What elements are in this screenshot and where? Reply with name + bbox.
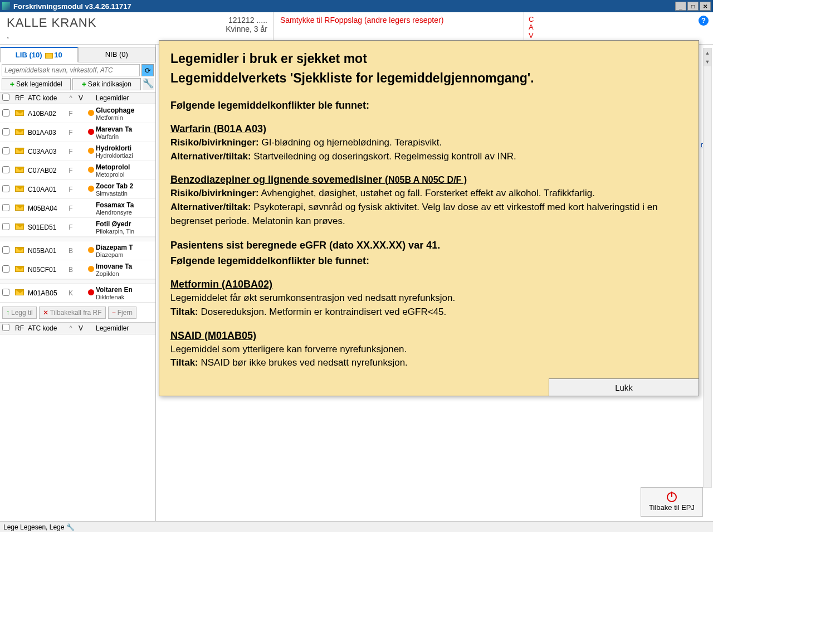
titlebar: Forskrivningsmodul v3.4.26.11717 _ □ ✕ [0, 0, 713, 12]
table-row[interactable]: S01ED51FFotil ØyedrPilokarpin, Tin [0, 218, 155, 237]
conflict-modal: Legemidler i bruk er sjekket mot Legemid… [159, 40, 699, 396]
row-checkbox[interactable] [2, 246, 9, 254]
add-button[interactable]: ↑Legg til [2, 307, 37, 319]
wrench-icon[interactable]: 🔧 [66, 523, 75, 531]
scroll-down-icon[interactable]: ▼ [704, 57, 711, 66]
row-checkbox[interactable] [2, 128, 9, 135]
power-icon [667, 492, 677, 502]
app-icon [2, 2, 10, 10]
titlebar-text: Forskrivningsmodul v3.4.26.11717 [13, 2, 131, 11]
maximize-button[interactable]: □ [687, 2, 699, 11]
recall-button[interactable]: ✕Tilbakekall fra RF [39, 307, 106, 319]
substance-name: Hydroklortiazi [96, 152, 155, 159]
mail-icon [15, 186, 24, 192]
consent-text[interactable]: Samtykke til RFoppslag (andre legers res… [273, 12, 524, 44]
medicine-name: Fotil Øyedr [96, 220, 155, 228]
table-row[interactable]: C07AB02FMetoprololMetoprolol [0, 161, 155, 180]
substance-name: Metoprolol [96, 171, 155, 178]
status-dot-icon [88, 167, 94, 173]
select-all-checkbox[interactable] [2, 94, 9, 101]
scroll-up-icon[interactable]: ▲ [704, 48, 711, 57]
mail-icon [15, 129, 24, 135]
v-value: F [66, 205, 76, 212]
atc-code: C03AA03 [28, 148, 66, 155]
mail-icon [15, 289, 24, 295]
egfr-line: Pasientens sist beregnede eGFR (dato XX.… [170, 238, 687, 252]
atc-code: N05BA01 [28, 247, 66, 255]
table-row[interactable]: N05CF01BImovane TaZopiklon [0, 260, 155, 279]
plus-icon: + [10, 80, 14, 89]
medicine-name: Fosamax Ta [96, 201, 155, 209]
substance-name: Diazepam [96, 251, 155, 258]
table-header-2: RF ATC kode ^ V Legemidler [0, 322, 155, 334]
settings-button[interactable]: 🔧 [143, 78, 154, 90]
col-med[interactable]: Legemidler [96, 94, 155, 102]
refresh-button[interactable]: ⟳ [141, 64, 154, 76]
arrow-up-icon: ↑ [6, 309, 9, 317]
col-atc[interactable]: ATC kode [28, 94, 66, 102]
tab-nib[interactable]: NIB (0) [78, 47, 156, 62]
mail-icon [15, 223, 24, 230]
search-medicine-button[interactable]: +Søk legemiddel [2, 78, 71, 90]
search-input[interactable] [2, 64, 140, 76]
scrollbar[interactable]: ▲ ▼ [703, 48, 712, 488]
mail-icon [15, 167, 24, 173]
medicine-name: Imovane Ta [96, 263, 155, 270]
mail-icon [15, 247, 24, 253]
row-checkbox[interactable] [2, 185, 9, 192]
medicine-name: Zocor Tab 2 [96, 182, 155, 190]
substance-name: Zopiklon [96, 270, 155, 277]
status-user: Lege Legesen, Lege [3, 523, 64, 531]
v-value: B [66, 266, 76, 274]
drug-heading-nsaid: NSAID (M01AB05) [170, 328, 687, 343]
row-checkbox[interactable] [2, 223, 9, 230]
substance-name: Pilokarpin, Tin [96, 228, 155, 235]
sort-icon[interactable]: ^ [66, 94, 76, 102]
modal-close-button[interactable]: Lukk [549, 378, 699, 396]
left-panel: LIB (10) 10 NIB (0) ⟳ +Søk legemiddel +S… [0, 45, 156, 521]
search-indication-button[interactable]: +Søk indikasjon [72, 78, 141, 90]
table-header: RF ATC kode ^ V Legemidler [0, 92, 155, 104]
status-dot-icon [88, 129, 94, 135]
substance-name: Diklofenak [96, 294, 155, 300]
row-checkbox[interactable] [2, 289, 9, 296]
mail-icon [45, 53, 53, 59]
select-all-checkbox-2[interactable] [2, 324, 9, 331]
row-checkbox[interactable] [2, 204, 9, 211]
table-row[interactable]: A10BA02FGlucophageMetformin [0, 104, 155, 123]
status-dot-icon [88, 110, 94, 116]
remove-button[interactable]: −Fjern [108, 307, 136, 319]
col-v[interactable]: V [76, 94, 86, 102]
row-checkbox[interactable] [2, 109, 9, 116]
close-button[interactable]: ✕ [700, 2, 711, 11]
table-row[interactable]: C03AA03FHydroklortiHydroklortiazi [0, 142, 155, 161]
row-checkbox[interactable] [2, 166, 9, 173]
mail-icon [15, 110, 24, 116]
table-row[interactable]: B01AA03FMarevan TaWarfarin [0, 123, 155, 142]
atc-code: S01ED51 [28, 223, 66, 231]
row-checkbox[interactable] [2, 147, 9, 154]
mail-icon [15, 266, 24, 272]
tab-lib[interactable]: LIB (10) 10 [0, 47, 78, 62]
modal-title-1: Legemidler i bruk er sjekket mot [170, 50, 687, 68]
table-row[interactable]: C10AA01FZocor Tab 2Simvastatin [0, 180, 155, 199]
status-dot-icon [88, 148, 94, 154]
conflicts-heading-2: Følgende legemiddelkonflikter ble funnet… [170, 254, 687, 268]
medicine-name: Glucophage [96, 106, 155, 114]
v-value: F [66, 223, 76, 231]
help-icon[interactable]: ? [699, 16, 709, 26]
medicine-name: Metoprolol [96, 163, 155, 171]
medicine-name: Voltaren En [96, 286, 155, 294]
table-row[interactable]: M05BA04FFosamax TaAlendronsyre [0, 199, 155, 218]
minimize-button[interactable]: _ [675, 2, 686, 11]
row-checkbox[interactable] [2, 265, 9, 273]
back-to-epj-button[interactable]: Tilbake til EPJ [641, 487, 703, 517]
mail-icon [15, 205, 24, 211]
atc-code: C07AB02 [28, 167, 66, 174]
col-rf[interactable]: RF [11, 94, 28, 102]
table-row[interactable]: N05BA01BDiazepam TDiazepam [0, 241, 155, 260]
atc-code: A10BA02 [28, 110, 66, 118]
table-row[interactable]: M01AB05KVoltaren EnDiklofenak [0, 284, 155, 303]
patient-name: KALLE KRANK [7, 16, 96, 30]
medicine-name: Hydroklorti [96, 144, 155, 152]
